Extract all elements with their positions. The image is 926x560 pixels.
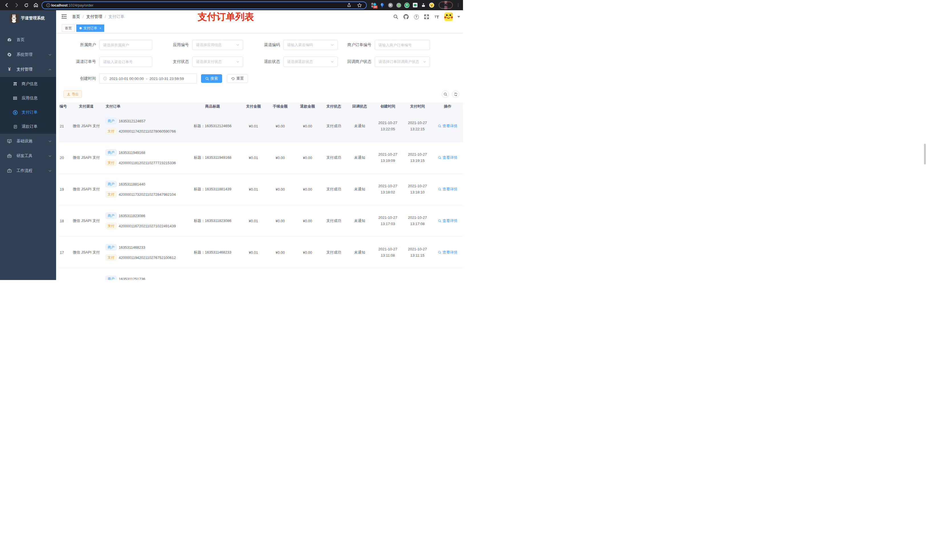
- sidebar-item-devtools[interactable]: 研发工具: [0, 148, 56, 163]
- create-time-range-picker[interactable]: 2021-10-01 00:00:00 - 2021-10-31 23:59:5…: [99, 73, 197, 84]
- font-size-icon[interactable]: TT: [434, 14, 440, 20]
- pay-status-select[interactable]: 请选择支付状态: [192, 57, 243, 67]
- help-icon[interactable]: ?: [413, 14, 419, 20]
- channel-code-select[interactable]: 请输入渠道编码: [283, 40, 338, 50]
- breadcrumb: 首页 / 支付管理 / 支付订单: [72, 14, 124, 20]
- merchant-order-no-input[interactable]: [375, 40, 430, 50]
- tab-pay-order[interactable]: 支付订单 ×: [76, 24, 104, 32]
- chevron-down-icon: [423, 60, 426, 63]
- table-row[interactable]: 20 微信 JSAPI 支付 商户1635311949168 支付4200001…: [59, 142, 463, 174]
- filter-label-refund-status: 退款状态: [243, 59, 283, 64]
- page-content: 所属商户 应用编号 请选择应用信息 渠道编码 请输入渠道编码: [56, 33, 463, 280]
- address-bar[interactable]: localhost:1024/pay/order: [42, 2, 367, 9]
- extension-balloon-icon[interactable]: [380, 3, 385, 8]
- browser-home-icon[interactable]: [32, 1, 40, 9]
- logo-rabbit-image: [9, 14, 18, 23]
- browser-back-icon[interactable]: [3, 1, 11, 9]
- filter-label-merchant: 所属商户: [68, 42, 99, 48]
- app-title: 芋道管理系统: [21, 16, 45, 21]
- document-icon: [12, 125, 18, 129]
- reset-button[interactable]: 重置: [227, 74, 248, 83]
- table-row[interactable]: 商户1635311251736 支付: [59, 268, 463, 280]
- sidebar-item-payment[interactable]: ¥ 支付管理: [0, 62, 56, 77]
- filter-label-pay-status: 支付状态: [152, 59, 192, 64]
- merchant-order-tag: 商户: [106, 244, 117, 251]
- chevron-down-icon: [48, 140, 51, 143]
- refresh-button[interactable]: [452, 91, 459, 98]
- notify-status-select[interactable]: 请选择订单回调商户状态: [375, 57, 430, 67]
- filter-label-app: 应用编号: [152, 42, 192, 48]
- tab-home[interactable]: 首页: [62, 24, 75, 32]
- tags-view-bar: 首页 支付订单 ×: [56, 23, 463, 33]
- date-start: 2021-10-01 00:00:00: [109, 77, 144, 81]
- view-detail-link[interactable]: 查看详情: [438, 187, 457, 192]
- url-host: localhost: [51, 3, 68, 8]
- app-select[interactable]: 请选择应用信息: [192, 40, 243, 50]
- toggle-search-button[interactable]: [442, 91, 449, 98]
- chrome-menu-icon[interactable]: ⋮: [456, 3, 460, 8]
- site-info-icon[interactable]: [45, 1, 51, 9]
- sidebar-item-infra[interactable]: 基础设施: [0, 134, 56, 148]
- sidebar-item-workflow[interactable]: 工作流程: [0, 163, 56, 178]
- channel-order-no-input[interactable]: [99, 57, 152, 67]
- user-avatar[interactable]: [444, 12, 453, 21]
- sidebar-item-refund-order[interactable]: 退款订单: [0, 119, 56, 134]
- merchant-input[interactable]: [99, 40, 152, 50]
- browser-forward-icon[interactable]: [12, 1, 21, 9]
- sidebar-item-pay-order[interactable]: 支付订单: [0, 105, 56, 119]
- profile-avatar-icon[interactable]: [429, 3, 434, 8]
- table-row[interactable]: 19 微信 JSAPI 支付 商户1635311881440 支付4200001…: [59, 174, 463, 205]
- view-detail-link[interactable]: 查看详情: [438, 250, 457, 255]
- table-row[interactable]: 18 微信 JSAPI 支付 商户1635311823086 支付4200001…: [59, 205, 463, 237]
- extension-cmd-icon[interactable]: ⌘: [388, 3, 393, 8]
- fullscreen-icon[interactable]: [424, 14, 430, 20]
- share-icon[interactable]: [345, 1, 353, 9]
- merchant-order-tag: 商户: [106, 276, 117, 280]
- header-search-icon[interactable]: [393, 14, 399, 20]
- refund-status-select[interactable]: 请选择退款状态: [283, 57, 338, 67]
- export-button[interactable]: 导出: [64, 91, 82, 98]
- sidebar-item-system[interactable]: 系统管理: [0, 47, 56, 62]
- date-separator: -: [146, 77, 147, 81]
- view-detail-link[interactable]: 查看详情: [438, 155, 457, 160]
- github-icon[interactable]: [403, 14, 409, 20]
- orders-table: 编号 支付渠道 支付订单 商品标题 支付金额 手续金额 退款金额 支付状态 回调…: [59, 103, 463, 280]
- extension-y-icon[interactable]: Y: [404, 3, 410, 8]
- filter-row-1: 所属商户 应用编号 请选择应用信息 渠道编码 请输入渠道编码: [56, 40, 463, 50]
- extension-chat-icon[interactable]: [413, 3, 418, 8]
- filter-label-channel-code: 渠道编码: [243, 42, 283, 48]
- avatar-dropdown-caret[interactable]: [457, 16, 460, 18]
- filter-label-notify-status: 回调商户状态: [338, 59, 375, 64]
- sidebar-item-merchant-info[interactable]: 商户信息: [0, 77, 56, 91]
- chrome-update-button[interactable]: 更新: [439, 2, 453, 9]
- sidebar-item-home[interactable]: 首页: [0, 32, 56, 47]
- extension-record-icon[interactable]: [396, 3, 401, 8]
- view-detail-link[interactable]: 查看详情: [438, 218, 457, 223]
- browser-reload-icon[interactable]: [22, 1, 30, 9]
- sidebar-logo: 芋道管理系统: [0, 10, 56, 26]
- table-row[interactable]: 17 微信 JSAPI 支付 商户1635311468233 支付4200001…: [59, 237, 463, 268]
- chevron-up-icon: [48, 68, 51, 71]
- browser-toolbar: localhost:1024/pay/order 10 ⌘ Y 更新 ⋮: [0, 0, 463, 10]
- chevron-down-icon: [331, 43, 334, 47]
- chevron-down-icon: [236, 43, 239, 47]
- chevron-down-icon: [48, 154, 51, 158]
- filter-label-merchant-order-no: 商户订单编号: [338, 42, 375, 48]
- sidebar-collapse-icon[interactable]: [61, 14, 67, 20]
- extension-badge-icon[interactable]: 10: [371, 3, 377, 8]
- table-row[interactable]: 21 微信 JSAPI 支付 商户1635312124657 支付4200001…: [59, 110, 463, 142]
- table-toolbar: 导出: [56, 91, 463, 98]
- tab-close-icon[interactable]: ×: [99, 26, 101, 30]
- top-navbar: 首页 / 支付管理 / 支付订单 支付订单列表 ? TT: [56, 10, 463, 23]
- pay-order-tag: 支付: [106, 128, 117, 134]
- sidebar-item-application-info[interactable]: 应用信息: [0, 91, 56, 105]
- breadcrumb-home[interactable]: 首页: [72, 14, 80, 20]
- toolbox-icon: [7, 154, 12, 158]
- dashboard-icon: [7, 38, 12, 42]
- sidebar: 芋道管理系统 首页 系统管理 ¥ 支付管理: [0, 10, 56, 280]
- view-detail-link[interactable]: 查看详情: [438, 124, 457, 128]
- breadcrumb-payment[interactable]: 支付管理: [86, 14, 102, 20]
- bookmark-star-icon[interactable]: [356, 1, 363, 9]
- search-button[interactable]: 搜索: [201, 74, 222, 83]
- extensions-puzzle-icon[interactable]: [421, 3, 426, 8]
